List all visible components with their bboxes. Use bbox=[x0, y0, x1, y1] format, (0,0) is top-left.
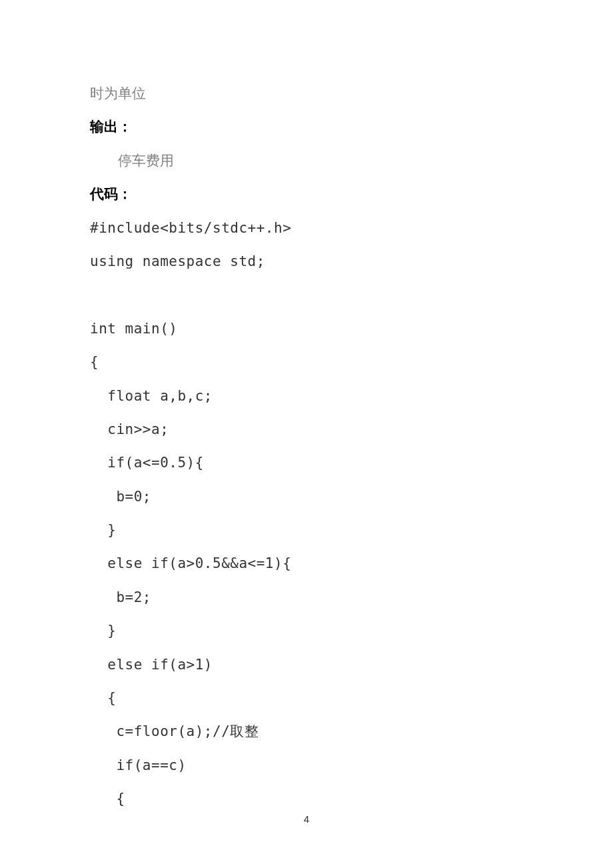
code-line: #include<bits/stdc++.h> bbox=[90, 211, 523, 245]
heading-code: 代码： bbox=[90, 177, 523, 211]
code-line: if(a<=0.5){ bbox=[90, 446, 523, 479]
code-line: cin>>a; bbox=[90, 413, 523, 446]
code-line: if(a==c) bbox=[90, 749, 523, 782]
code-line: { bbox=[90, 345, 523, 379]
text-unit-line: 时为单位 bbox=[90, 77, 523, 110]
code-line: } bbox=[90, 513, 523, 547]
code-line: float a,b,c; bbox=[90, 379, 523, 413]
document-page: 时为单位 输出： 停车费用 代码： #include<bits/stdc++.h… bbox=[0, 0, 613, 868]
code-line: b=0; bbox=[90, 480, 523, 513]
code-line: else if(a>0.5&&a<=1){ bbox=[90, 547, 523, 580]
code-line: else if(a>1) bbox=[90, 648, 523, 681]
heading-output: 输出： bbox=[90, 110, 523, 143]
output-text: 停车费用 bbox=[90, 144, 523, 177]
code-line-blank bbox=[90, 278, 523, 311]
code-line: int main() bbox=[90, 312, 523, 345]
page-number: 4 bbox=[0, 813, 613, 825]
code-line: { bbox=[90, 681, 523, 715]
code-line: b=2; bbox=[90, 581, 523, 614]
code-line: { bbox=[90, 782, 523, 815]
code-line: c=floor(a);//取整 bbox=[90, 715, 523, 748]
code-line: using namespace std; bbox=[90, 245, 523, 278]
code-line: } bbox=[90, 614, 523, 647]
